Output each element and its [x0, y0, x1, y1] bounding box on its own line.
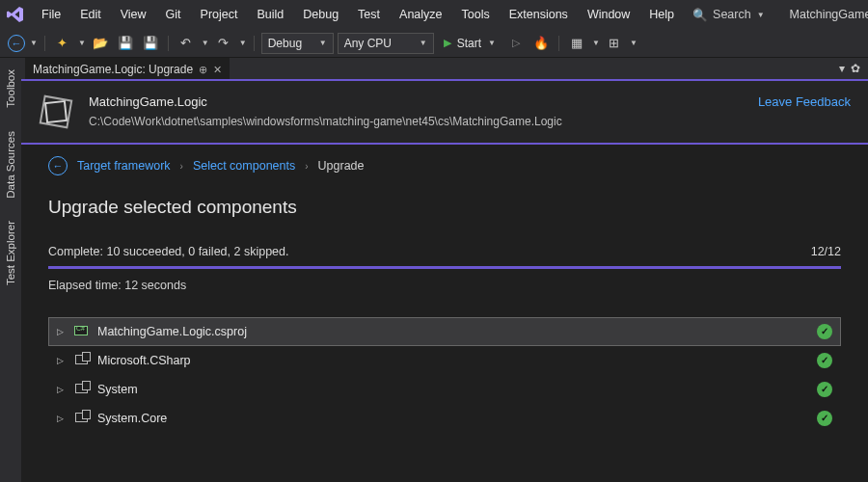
result-name: System [97, 383, 817, 396]
menu-tools[interactable]: Tools [453, 4, 499, 25]
search-box[interactable]: 🔍 Search ▼ [683, 5, 774, 25]
chevron-down-icon[interactable]: ▼ [592, 39, 600, 47]
new-item-button[interactable]: ✦ [52, 33, 73, 54]
document-area: MatchingGame.Logic: Upgrade ⊕ ✕ ▾ ✿ Matc… [21, 58, 868, 482]
menu-debug[interactable]: Debug [294, 4, 347, 25]
separator [558, 36, 559, 51]
platform-value: Any CPU [344, 37, 392, 50]
success-icon: ✓ [817, 411, 832, 426]
crumb-target-framework[interactable]: Target framework [77, 159, 171, 173]
expand-icon[interactable]: ▷ [57, 414, 70, 423]
svg-rect-1 [45, 101, 67, 122]
result-row[interactable]: ▷ System ✓ [48, 375, 841, 404]
redo-button[interactable]: ↷ [213, 33, 234, 54]
chevron-down-icon[interactable]: ▼ [30, 39, 38, 47]
crumb-select-components[interactable]: Select components [193, 159, 295, 173]
crumb-upgrade: Upgrade [318, 159, 365, 173]
side-tabs: Toolbox Data Sources Test Explorer [0, 58, 21, 482]
chevron-down-icon[interactable]: ▼ [202, 39, 209, 47]
project-path: C:\Code\Work\dotnet\samples\windowsforms… [89, 115, 743, 128]
sidetab-toolbox[interactable]: Toolbox [3, 64, 18, 114]
menu-view[interactable]: View [112, 4, 155, 25]
expand-icon[interactable]: ▷ [57, 327, 70, 336]
progress-bar [48, 266, 841, 269]
vs-logo-icon [6, 4, 25, 25]
chevron-down-icon: ▼ [757, 11, 765, 19]
open-button[interactable]: 📂 [90, 33, 111, 54]
breadcrumb-back-button[interactable]: ← [48, 156, 68, 175]
doc-tab-upgrade[interactable]: MatchingGame.Logic: Upgrade ⊕ ✕ [25, 58, 230, 79]
chevron-down-icon: ▼ [319, 39, 327, 47]
menu-build[interactable]: Build [248, 4, 292, 25]
results-list: ▷ MatchingGame.Logic.csproj ✓ ▷ Microsof… [48, 317, 841, 433]
chevron-right-icon: › [305, 161, 308, 172]
undo-button[interactable]: ↶ [176, 33, 197, 54]
solution-picker[interactable]: MatchingGame [778, 6, 868, 23]
leave-feedback-link[interactable]: Leave Feedback [758, 94, 851, 109]
start-label: Start [457, 37, 481, 50]
search-icon: 🔍 [692, 8, 708, 22]
menu-help[interactable]: Help [640, 4, 683, 25]
reference-icon [72, 412, 90, 425]
result-row[interactable]: ▷ System.Core ✓ [48, 404, 841, 433]
expand-icon[interactable]: ▷ [57, 385, 70, 394]
hot-reload-button[interactable]: 🔥 [530, 33, 552, 54]
main-menu: File Edit View Git Project Build Debug T… [33, 4, 683, 25]
sidetab-test-explorer[interactable]: Test Explorer [3, 215, 18, 291]
pin-icon[interactable]: ⊕ [199, 64, 207, 76]
gear-icon[interactable]: ✿ [851, 62, 860, 75]
sidetab-data-sources[interactable]: Data Sources [3, 125, 18, 204]
breadcrumb: ← Target framework › Select components ›… [48, 156, 841, 175]
config-dropdown[interactable]: Debug ▼ [261, 33, 334, 54]
project-name: MatchingGame.Logic [89, 94, 743, 109]
status-row: Complete: 10 succeeded, 0 failed, 2 skip… [48, 245, 841, 266]
result-name: System.Core [97, 412, 817, 425]
menu-window[interactable]: Window [579, 4, 638, 25]
nav-back-button[interactable]: ← [8, 35, 25, 52]
chevron-down-icon: ▼ [488, 39, 496, 47]
close-icon[interactable]: ✕ [213, 64, 222, 76]
upgrade-header: MatchingGame.Logic C:\Code\Work\dotnet\s… [21, 81, 868, 145]
result-name: MatchingGame.Logic.csproj [97, 325, 817, 338]
menu-project[interactable]: Project [192, 4, 247, 25]
save-all-button[interactable]: 💾 [140, 33, 161, 54]
svg-rect-0 [41, 96, 71, 127]
elapsed-time: Elapsed time: 12 seconds [48, 279, 841, 292]
menu-extensions[interactable]: Extensions [501, 4, 577, 25]
document-tab-row: MatchingGame.Logic: Upgrade ⊕ ✕ ▾ ✿ [21, 58, 868, 81]
result-row[interactable]: ▷ Microsoft.CSharp ✓ [48, 346, 841, 375]
doc-tab-label: MatchingGame.Logic: Upgrade [33, 63, 193, 76]
chevron-down-icon: ▼ [420, 39, 427, 47]
config-value: Debug [268, 37, 302, 50]
toolbox-button[interactable]: ▦ [566, 33, 587, 54]
menu-bar: File Edit View Git Project Build Debug T… [0, 0, 868, 29]
page-title: Upgrade selected components [48, 197, 841, 218]
start-no-debug-button[interactable]: ▷ [505, 33, 527, 54]
success-icon: ✓ [817, 382, 832, 397]
chevron-right-icon: › [180, 161, 183, 172]
status-text: Complete: 10 succeeded, 0 failed, 2 skip… [48, 245, 288, 258]
chevron-down-icon[interactable]: ▼ [239, 39, 247, 47]
menu-test[interactable]: Test [349, 4, 389, 25]
search-label: Search [713, 8, 751, 21]
menu-git[interactable]: Git [157, 4, 190, 25]
result-name: Microsoft.CSharp [97, 354, 817, 367]
platform-dropdown[interactable]: Any CPU ▼ [338, 33, 434, 54]
expand-icon[interactable]: ▷ [57, 356, 70, 365]
menu-file[interactable]: File [33, 4, 69, 25]
save-button[interactable]: 💾 [115, 33, 136, 54]
menu-analyze[interactable]: Analyze [391, 4, 450, 25]
menu-edit[interactable]: Edit [71, 4, 110, 25]
chevron-down-icon[interactable]: ▼ [78, 39, 86, 47]
upgrade-icon [39, 94, 73, 129]
result-row[interactable]: ▷ MatchingGame.Logic.csproj ✓ [48, 317, 841, 346]
tabs-dropdown-icon[interactable]: ▾ [839, 62, 845, 75]
reference-icon [72, 383, 90, 396]
config-button[interactable]: ⊞ [604, 33, 625, 54]
chevron-down-icon[interactable]: ▼ [630, 39, 637, 47]
separator [168, 36, 169, 51]
separator [254, 36, 255, 51]
start-debug-button[interactable]: ▶ Start ▼ [438, 33, 502, 54]
play-outline-icon: ▷ [512, 37, 520, 49]
play-icon: ▶ [444, 37, 451, 49]
